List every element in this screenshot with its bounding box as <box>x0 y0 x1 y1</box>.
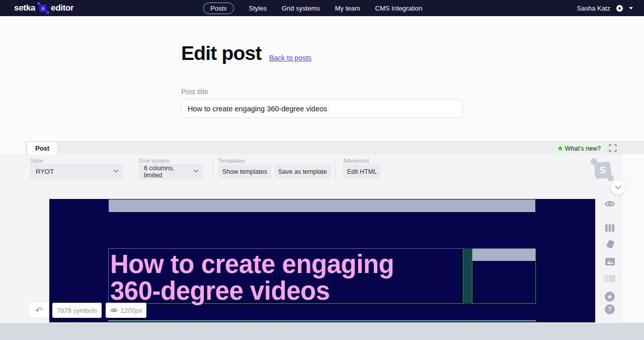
style-select[interactable]: RYOT <box>30 164 123 179</box>
width-value: 1200px <box>121 307 142 314</box>
preview-eye-icon[interactable] <box>604 197 616 210</box>
eye-icon <box>110 308 118 313</box>
section-divider <box>213 157 213 181</box>
show-templates-button[interactable]: Show templates <box>218 164 271 179</box>
star-glyph: ★ <box>605 292 615 302</box>
advanced-section-label: Advanced <box>343 158 369 164</box>
setka-watermark-icon: S <box>589 156 615 182</box>
scroll-down-button[interactable] <box>611 180 625 194</box>
placeholder-bar[interactable] <box>109 199 535 212</box>
question-glyph: ? <box>605 304 615 314</box>
logo-word-editor: editor <box>51 3 73 13</box>
scrollbar-track[interactable] <box>620 154 644 323</box>
media-image-icon[interactable] <box>604 255 616 267</box>
section-divider <box>335 157 336 181</box>
grid-select-value: 6 columns, limited <box>144 165 190 179</box>
section-divider <box>133 157 134 181</box>
favorites-star-icon[interactable]: ★ <box>604 291 616 303</box>
post-title-input[interactable] <box>181 99 463 118</box>
undo-button[interactable]: ↶ <box>29 303 49 318</box>
column-gutter[interactable] <box>463 248 472 304</box>
nav-item-my-team[interactable]: My team <box>335 5 360 12</box>
settings-gear-icon[interactable] <box>615 4 624 13</box>
nav-user-area: Sasha Katz <box>577 0 633 16</box>
chevron-down-icon <box>113 169 119 173</box>
bottom-action-bar: Delete post ✓ Exit & save Save post <box>0 323 644 340</box>
logo-dot-icon <box>46 11 49 14</box>
style-select-value: RYOT <box>36 168 54 175</box>
back-to-posts-link[interactable]: Back to posts <box>269 54 311 62</box>
undo-icon: ↶ <box>35 305 42 316</box>
grid-columns-icon[interactable] <box>604 222 616 234</box>
post-title-label: Post title <box>181 88 208 96</box>
canvas-heading-line2: 360-degree videos <box>110 278 463 304</box>
placeholder-bar[interactable] <box>472 249 535 261</box>
symbols-count-badge: 7879 symbols <box>52 303 102 318</box>
page-title: Edit post <box>181 42 262 64</box>
editor-tab-bar: Post What's new? <box>25 141 644 154</box>
nav-item-cms-integration[interactable]: CMS Integration <box>375 5 423 12</box>
nav-item-grid-systems[interactable]: Grid systems <box>282 5 320 12</box>
grid-system-select[interactable]: 6 columns, limited <box>139 164 203 179</box>
help-question-icon[interactable]: ? <box>604 303 616 315</box>
preview-width-badge[interactable]: 1200px <box>106 303 146 318</box>
whats-new-button[interactable]: What's new? <box>554 144 605 153</box>
edit-html-button[interactable]: Edit HTML <box>343 164 381 179</box>
fullscreen-expand-icon[interactable] <box>609 144 617 152</box>
canvas-heading-line1: How to create engaging <box>110 251 463 278</box>
templates-section-label: Templates <box>218 158 245 164</box>
tab-post[interactable]: Post <box>28 142 57 155</box>
setka-logo[interactable]: setka s editor <box>14 0 73 16</box>
grid-section-label: Grid system <box>139 158 170 164</box>
main-nav: Posts Styles Grid systems My team CMS In… <box>203 0 423 16</box>
selection-bottom-edge <box>108 320 536 321</box>
logo-word-setka: setka <box>14 3 35 13</box>
whats-new-label: What's new? <box>565 145 601 152</box>
nav-item-styles[interactable]: Styles <box>249 5 267 12</box>
user-name[interactable]: Sasha Katz <box>577 5 611 12</box>
selected-side-block[interactable] <box>472 248 536 304</box>
selected-heading-block[interactable]: How to create engaging 360-degree videos <box>108 248 463 304</box>
watermark-dot <box>607 175 614 181</box>
style-swatches-icon[interactable] <box>604 238 616 250</box>
style-section-label: Style <box>30 158 43 164</box>
account-caret-down-icon[interactable] <box>629 7 633 10</box>
green-dot-icon <box>558 147 562 150</box>
setka-editor-app: setka s editor Posts Styles Grid systems… <box>0 0 644 340</box>
logo-square: s <box>39 5 47 12</box>
nav-item-posts[interactable]: Posts <box>203 3 234 14</box>
setka-s-icon: s <box>39 4 47 13</box>
top-nav: setka s editor Posts Styles Grid systems… <box>0 0 644 16</box>
save-as-template-button[interactable]: Save as template <box>274 164 331 179</box>
layout-placeholder-icon[interactable] <box>604 273 616 285</box>
chevron-down-icon <box>193 169 199 173</box>
